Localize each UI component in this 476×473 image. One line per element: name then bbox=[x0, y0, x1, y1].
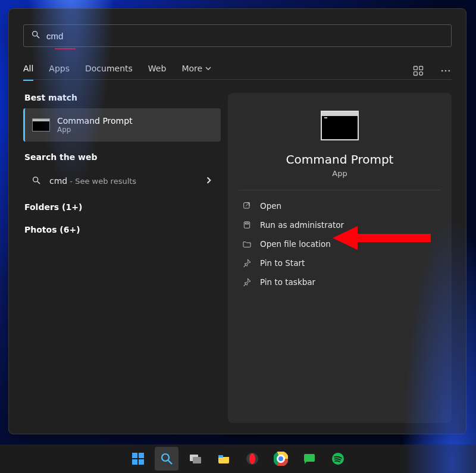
search-input[interactable] bbox=[46, 31, 444, 41]
svg-rect-3 bbox=[419, 66, 423, 70]
svg-rect-2 bbox=[414, 66, 418, 70]
preview-app-icon bbox=[321, 111, 359, 140]
filter-tabs: All Apps Documents Web More bbox=[23, 64, 452, 79]
svg-point-25 bbox=[249, 453, 255, 464]
svg-rect-15 bbox=[132, 453, 137, 458]
svg-point-30 bbox=[278, 456, 283, 461]
search-box[interactable] bbox=[23, 24, 452, 47]
svg-point-9 bbox=[33, 177, 38, 181]
svg-point-7 bbox=[445, 70, 447, 71]
tab-web[interactable]: Web bbox=[148, 64, 167, 79]
tab-more[interactable]: More bbox=[181, 64, 211, 79]
svg-point-0 bbox=[33, 32, 37, 36]
spotify-button[interactable] bbox=[326, 447, 350, 471]
tab-all[interactable]: All bbox=[23, 64, 33, 81]
tab-documents[interactable]: Documents bbox=[85, 64, 133, 79]
quick-access-icon[interactable] bbox=[412, 65, 424, 79]
svg-line-20 bbox=[168, 461, 172, 464]
svg-point-19 bbox=[162, 454, 169, 461]
action-open-label: Open bbox=[260, 201, 281, 211]
svg-point-5 bbox=[419, 71, 423, 75]
search-button[interactable] bbox=[155, 447, 178, 471]
search-icon bbox=[32, 176, 41, 187]
chevron-right-icon bbox=[205, 176, 212, 186]
chevron-down-icon bbox=[205, 65, 211, 71]
action-pin-to-start-label: Pin to Start bbox=[260, 258, 305, 268]
web-result-row[interactable]: cmd - See web results bbox=[23, 168, 221, 194]
best-match-subtitle: App bbox=[57, 126, 133, 134]
web-suffix: - See web results bbox=[67, 177, 136, 186]
shield-icon bbox=[242, 220, 252, 230]
action-open-file-location-label: Open file location bbox=[260, 239, 331, 249]
taskbar bbox=[0, 444, 476, 473]
command-prompt-icon bbox=[32, 118, 50, 131]
action-pin-to-taskbar[interactable]: Pin to taskbar bbox=[239, 272, 441, 292]
web-term: cmd bbox=[49, 176, 67, 186]
folders-section[interactable]: Folders (1+) bbox=[24, 202, 221, 212]
results-left-column: Best match Command Prompt App Search the… bbox=[23, 93, 221, 423]
svg-rect-4 bbox=[414, 71, 418, 75]
file-explorer-button[interactable] bbox=[212, 447, 236, 471]
photos-section[interactable]: Photos (6+) bbox=[24, 225, 221, 234]
svg-line-10 bbox=[37, 181, 40, 184]
tabs-divider bbox=[23, 79, 452, 80]
opera-button[interactable] bbox=[240, 447, 264, 471]
pin-icon bbox=[242, 277, 252, 287]
action-run-as-admin-label: Run as administrator bbox=[260, 220, 344, 230]
svg-rect-17 bbox=[132, 459, 137, 465]
svg-point-6 bbox=[441, 70, 443, 71]
tab-apps[interactable]: Apps bbox=[49, 64, 70, 79]
preview-divider bbox=[239, 190, 441, 190]
open-icon bbox=[242, 201, 252, 211]
start-search-panel: All Apps Documents Web More Best match C… bbox=[8, 8, 466, 434]
chat-app-button[interactable] bbox=[298, 447, 321, 471]
pin-icon bbox=[242, 258, 252, 268]
tab-more-label: More bbox=[181, 64, 202, 73]
action-open-file-location[interactable]: Open file location bbox=[239, 234, 441, 253]
best-match-title: Command Prompt bbox=[57, 116, 133, 126]
svg-rect-22 bbox=[193, 457, 201, 463]
best-match-label: Best match bbox=[24, 93, 221, 102]
chrome-button[interactable] bbox=[269, 447, 293, 471]
best-match-item[interactable]: Command Prompt App bbox=[23, 108, 221, 142]
start-button[interactable] bbox=[126, 447, 150, 471]
preview-subtitle: App bbox=[239, 169, 441, 178]
svg-point-8 bbox=[449, 70, 450, 71]
action-pin-to-taskbar-label: Pin to taskbar bbox=[260, 277, 315, 287]
action-open[interactable]: Open bbox=[239, 196, 441, 215]
svg-rect-23 bbox=[218, 455, 223, 458]
search-icon bbox=[31, 30, 40, 42]
svg-rect-18 bbox=[139, 459, 144, 465]
preview-pane: Command Prompt App Open Run as administr… bbox=[228, 93, 452, 423]
task-view-button[interactable] bbox=[183, 447, 207, 471]
svg-line-1 bbox=[37, 36, 39, 38]
svg-rect-13 bbox=[245, 223, 248, 224]
folder-icon bbox=[242, 239, 252, 249]
preview-title: Command Prompt bbox=[239, 152, 441, 167]
more-options-icon[interactable] bbox=[440, 65, 452, 79]
svg-rect-31 bbox=[304, 454, 315, 462]
svg-rect-16 bbox=[139, 453, 144, 458]
action-pin-to-start[interactable]: Pin to Start bbox=[239, 253, 441, 272]
search-web-label: Search the web bbox=[24, 152, 221, 162]
action-run-as-admin[interactable]: Run as administrator bbox=[239, 215, 441, 234]
annotation-underline bbox=[55, 48, 76, 49]
